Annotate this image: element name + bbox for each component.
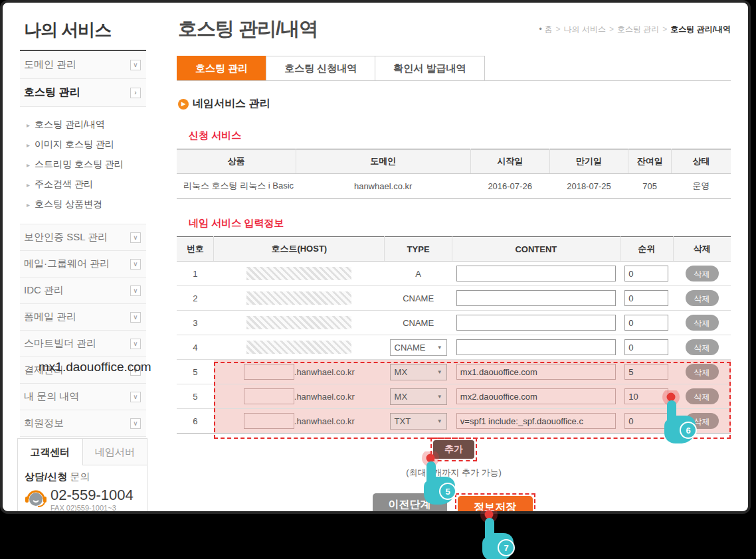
delete-button[interactable]: 삭제 [686,413,719,429]
priority-input[interactable] [624,388,668,404]
row-number: 5 [177,384,214,409]
chevron-down-icon: ∨ [130,312,141,323]
sidebar-subitem-streaming-hosting[interactable]: ▸스트리밍 호스팅 관리 [27,155,146,175]
sidebar-item-formmail[interactable]: 폼메일 관리 ∨ [20,304,146,331]
section-bullet-icon: ▶ [178,99,189,110]
sidebar-item-idc[interactable]: IDC 관리 ∨ [20,278,146,304]
add-button-highlight: 추가 [430,438,477,461]
type-select[interactable]: TXT▼ [390,413,447,430]
breadcrumb-hosting-management[interactable]: 호스팅 관리 [617,25,659,34]
dns-row-5a: 5 .hanwhael.co.kr MX▼ 삭제 [177,360,731,384]
type-select[interactable]: MX▼ [390,388,447,405]
dns-table: 번호 호스트(HOST) TYPE CONTENT 순위 삭제 1 A [177,236,731,434]
type-select[interactable]: MX▼ [390,364,447,380]
col-start-date: 시작일 [470,149,549,174]
col-host: 호스트(HOST) [214,237,385,262]
delete-button[interactable]: 삭제 [686,290,719,306]
tab-hosting-applications[interactable]: 호스팅 신청내역 [266,56,375,80]
breadcrumb-home[interactable]: 홈 [545,25,553,34]
fax-number: FAX 02)559-1001~3 [50,504,134,512]
sidebar-item-label: 호스팅 관리 [24,86,80,100]
priority-input[interactable] [624,290,668,306]
chevron-down-icon: ∨ [130,232,141,243]
col-product: 상품 [177,149,296,174]
sidebar-item-domain-management[interactable]: 도메인 관리 ∨ [20,51,146,79]
chevron-down-icon: ▼ [437,369,442,375]
add-record-button[interactable]: 추가 [433,440,474,459]
col-priority: 순위 [620,237,673,262]
host-input[interactable] [244,388,294,404]
col-type: TYPE [385,237,452,262]
host-suffix: .hanwhael.co.kr [294,416,355,426]
delete-button[interactable]: 삭제 [686,339,719,355]
status-badge: 운영 [672,174,731,199]
content-input[interactable] [456,413,616,429]
host-suffix: .hanwhael.co.kr [294,392,355,402]
content-input[interactable] [456,339,616,355]
previous-step-button[interactable]: 이전단계 [373,493,447,514]
host-input[interactable] [244,364,294,380]
step-badge [498,540,514,556]
tab-customer-center[interactable]: 고객센터 [18,439,83,465]
sidebar-subitem-address-search[interactable]: ▸주소검색 관리 [27,175,146,195]
priority-input[interactable] [624,266,668,281]
content-input[interactable] [456,290,616,306]
sidebar-item-member-info[interactable]: 회원정보 ∨ [20,410,146,437]
row-number: 6 [177,409,214,434]
sidebar-submenu: ▸호스팅 관리/내역 ▸이미지 호스팅 관리 ▸스트리밍 호스팅 관리 ▸주소검… [20,107,146,224]
app-window: 나의 서비스 도메인 관리 ∨ 호스팅 관리 › ▸호스팅 관리/내역 ▸이미지… [0,0,751,514]
customer-service-box: 고객센터 네임서버 상담/신청 문의 02-559-1004 FAX 02)55… [17,438,147,514]
sidebar-subitem-hosting-plan-change[interactable]: ▸호스팅 상품변경 [27,195,146,214]
priority-input[interactable] [624,364,668,380]
type-text: A [385,262,452,286]
content-input[interactable] [456,364,616,380]
type-select[interactable]: CNAME▼ [390,339,447,356]
submenu-bullet-icon: ▸ [27,201,30,208]
tab-hosting-management[interactable]: 호스팅 관리 [177,56,266,80]
col-days-left: 잔여일 [628,149,672,174]
chevron-down-icon: ∨ [130,339,141,349]
delete-button[interactable]: 삭제 [686,266,719,281]
col-expiry-date: 만기일 [549,149,628,174]
delete-button[interactable]: 삭제 [686,388,719,404]
chevron-down-icon: ▼ [437,345,442,351]
sidebar-item-my-inquiries[interactable]: 내 문의 내역 ∨ [20,384,146,410]
dns-row-5b: 5 .hanwhael.co.kr MX▼ 삭제 [177,384,731,409]
col-domain: 도메인 [296,149,470,174]
host-masked [246,316,351,329]
dns-row-6: 6 .hanwhael.co.kr TXT▼ 삭제 [177,409,731,434]
sidebar-subitem-hosting-history[interactable]: ▸호스팅 관리/내역 [27,115,146,135]
save-button-highlight: 정보저장 [455,493,535,514]
priority-input[interactable] [624,413,668,429]
sidebar-item-hosting-management[interactable]: 호스팅 관리 › [20,79,146,107]
content-input[interactable] [456,266,616,281]
section-nameservice-management: ▶ 네임서비스 관리 [178,97,731,111]
breadcrumb-my-services[interactable]: 나의 서비스 [564,25,606,34]
priority-input[interactable] [624,339,668,355]
host-masked [246,291,351,305]
breadcrumb-bullet-icon: • [539,25,541,34]
dns-row-2: 2 CNAME 삭제 [177,286,731,311]
content-input[interactable] [456,315,616,331]
sidebar-item-smartbuilder[interactable]: 스마트빌더 관리 ∨ [20,331,146,357]
submenu-bullet-icon: ▸ [27,161,30,169]
submenu-bullet-icon: ▸ [27,181,30,189]
col-content: CONTENT [452,237,620,262]
col-status: 상태 [672,149,731,174]
content-input[interactable] [456,388,616,404]
sidebar-subitem-image-hosting[interactable]: ▸이미지 호스팅 관리 [27,135,146,155]
host-input[interactable] [244,413,294,429]
page-title: 호스팅 관리/내역 [178,16,318,42]
delete-button[interactable]: 삭제 [686,315,719,331]
delete-button[interactable]: 삭제 [686,364,719,380]
breadcrumb: •홈>나의 서비스>호스팅 관리>호스팅 관리/내역 [539,24,731,35]
sidebar-item-mail-groupware[interactable]: 메일·그룹웨어 관리 ∨ [20,251,146,278]
pointer-hand-icon [482,518,514,559]
tab-nameserver[interactable]: 네임서버 [83,439,147,465]
breadcrumb-current: 호스팅 관리/내역 [670,25,731,34]
save-info-button[interactable]: 정보저장 [458,496,533,514]
tab-certificate-issuance[interactable]: 확인서 발급내역 [375,56,484,80]
cell-days-left: 705 [628,174,672,199]
sidebar-item-ssl[interactable]: 보안인증 SSL 관리 ∨ [20,224,146,251]
priority-input[interactable] [624,315,668,331]
